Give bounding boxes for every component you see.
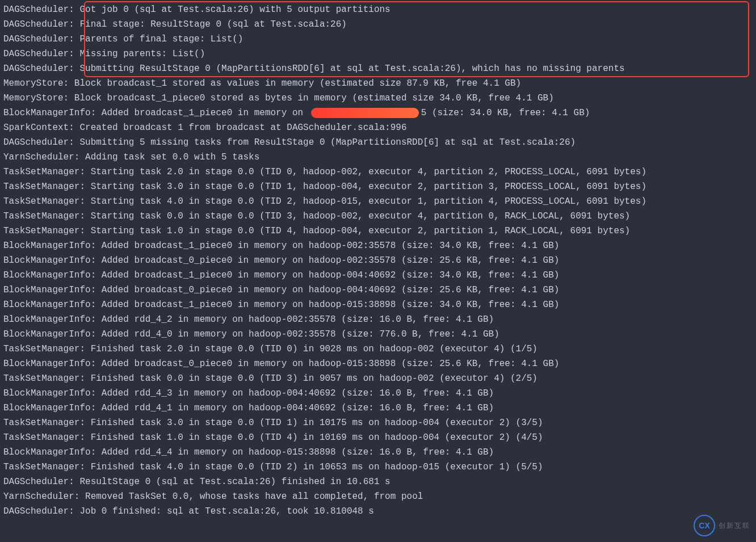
log-source: DAGScheduler: (3, 5, 79, 15)
log-message: Starting task 0.0 in stage 0.0 (TID 3, h… (91, 211, 631, 221)
log-source: BlockManagerInfo: (3, 329, 102, 339)
log-message: Final stage: ResultStage 0 (sql at Test.… (79, 19, 346, 30)
log-message: Missing parents: List() (79, 49, 205, 59)
log-message: Added broadcast_1_piece0 in memory on ha… (102, 270, 560, 280)
log-line[interactable]: YarnScheduler: Removed TaskSet 0.0, whos… (3, 489, 753, 504)
log-source: TaskSetManager: (3, 432, 91, 443)
log-line[interactable]: BlockManagerInfo: Added broadcast_0_piec… (3, 356, 753, 371)
log-message: Block broadcast_1_piece0 stored as bytes… (74, 93, 554, 103)
log-line[interactable]: DAGScheduler: Job 0 finished: sql at Tes… (3, 504, 753, 519)
log-source: SparkContext: (3, 123, 79, 133)
watermark-text: 创新互联 (719, 518, 750, 533)
log-message: Finished task 2.0 in stage 0.0 (TID 0) i… (91, 344, 537, 354)
log-line[interactable]: DAGScheduler: Got job 0 (sql at Test.sca… (3, 2, 753, 17)
log-source: BlockManagerInfo: (3, 241, 102, 251)
log-line[interactable]: DAGScheduler: Parents of final stage: Li… (3, 32, 753, 47)
log-source: BlockManagerInfo: (3, 285, 102, 295)
log-line[interactable]: BlockManagerInfo: Added broadcast_1_piec… (3, 238, 753, 253)
log-line[interactable]: MemoryStore: Block broadcast_1_piece0 st… (3, 91, 753, 106)
log-message: Added broadcast_1_piece0 in memory on ha… (102, 241, 560, 251)
log-line[interactable]: BlockManagerInfo: Added broadcast_1_piec… (3, 297, 753, 312)
log-source: BlockManagerInfo: (3, 255, 102, 266)
log-message: Removed TaskSet 0.0, whose tasks have al… (85, 491, 423, 502)
log-line[interactable]: TaskSetManager: Finished task 3.0 in sta… (3, 415, 753, 430)
log-source: DAGScheduler: (3, 49, 79, 59)
log-line[interactable]: BlockManagerInfo: Added rdd_4_1 in memor… (3, 401, 753, 415)
log-source: BlockManagerInfo: (3, 403, 102, 413)
log-message: Added rdd_4_1 in memory on hadoop-004:40… (102, 403, 494, 413)
log-source: DAGScheduler: (3, 64, 79, 74)
log-source: MemoryStore: (3, 93, 74, 103)
log-message: Added broadcast_0_piece0 in memory on ha… (102, 285, 560, 295)
log-line[interactable]: BlockManagerInfo: Added broadcast_1_piec… (3, 268, 753, 283)
log-line[interactable]: TaskSetManager: Finished task 2.0 in sta… (3, 342, 753, 356)
log-message: Starting task 3.0 in stage 0.0 (TID 1, h… (91, 182, 646, 192)
log-source: BlockManagerInfo: (3, 388, 102, 398)
log-source: DAGScheduler: (3, 34, 79, 44)
log-line[interactable]: MemoryStore: Block broadcast_1 stored as… (3, 76, 753, 91)
log-message: Submitting 5 missing tasks from ResultSt… (79, 137, 576, 148)
log-source: DAGScheduler: (3, 506, 79, 516)
log-message: Starting task 2.0 in stage 0.0 (TID 0, h… (91, 167, 646, 177)
log-message: Added broadcast_0_piece0 in memory on ha… (102, 255, 560, 266)
log-message-before: Added broadcast_1_piece0 in memory on (102, 108, 309, 118)
log-message: Adding task set 0.0 with 5 tasks (85, 152, 259, 162)
log-line[interactable]: DAGScheduler: Submitting 5 missing tasks… (3, 135, 753, 150)
log-source: DAGScheduler: (3, 477, 79, 487)
log-source: BlockManagerInfo: (3, 447, 102, 457)
log-line[interactable]: BlockManagerInfo: Added broadcast_1_piec… (3, 106, 753, 120)
log-message: Parents of final stage: List() (79, 34, 243, 44)
log-message: Added rdd_4_4 in memory on hadoop-015:38… (102, 447, 494, 457)
log-line[interactable]: BlockManagerInfo: Added rdd_4_2 in memor… (3, 312, 753, 327)
log-source: YarnScheduler: (3, 152, 85, 162)
log-line[interactable]: TaskSetManager: Finished task 0.0 in sta… (3, 371, 753, 386)
log-line[interactable]: BlockManagerInfo: Added broadcast_0_piec… (3, 283, 753, 297)
log-line[interactable]: DAGScheduler: Missing parents: List() (3, 47, 753, 61)
log-message: Finished task 3.0 in stage 0.0 (TID 1) i… (91, 418, 543, 428)
log-message: Added broadcast_1_piece0 in memory on ha… (102, 300, 560, 310)
log-message: Block broadcast_1 stored as values in me… (74, 78, 521, 89)
log-line[interactable]: TaskSetManager: Starting task 3.0 in sta… (3, 179, 753, 194)
log-line[interactable]: BlockManagerInfo: Added rdd_4_0 in memor… (3, 327, 753, 342)
log-line[interactable]: TaskSetManager: Starting task 2.0 in sta… (3, 165, 753, 179)
log-line[interactable]: BlockManagerInfo: Added rdd_4_3 in memor… (3, 386, 753, 401)
log-line[interactable]: DAGScheduler: Final stage: ResultStage 0… (3, 17, 753, 32)
log-source: TaskSetManager: (3, 182, 91, 192)
log-message: Finished task 4.0 in stage 0.0 (TID 2) i… (91, 462, 543, 472)
redaction-mark (311, 108, 419, 118)
log-message: ResultStage 0 (sql at Test.scala:26) fin… (79, 477, 390, 487)
log-source: BlockManagerInfo: (3, 314, 102, 325)
log-line[interactable]: BlockManagerInfo: Added broadcast_0_piec… (3, 253, 753, 268)
log-source: TaskSetManager: (3, 167, 91, 177)
log-message: Added rdd_4_3 in memory on hadoop-004:40… (102, 388, 494, 398)
log-source: TaskSetManager: (3, 373, 91, 384)
log-source: BlockManagerInfo: (3, 108, 102, 118)
log-message: Added rdd_4_2 in memory on hadoop-002:35… (102, 314, 494, 325)
log-line[interactable]: BlockManagerInfo: Added rdd_4_4 in memor… (3, 445, 753, 460)
log-line[interactable]: DAGScheduler: Submitting ResultStage 0 (… (3, 61, 753, 76)
log-line[interactable]: SparkContext: Created broadcast 1 from b… (3, 120, 753, 135)
log-line[interactable]: TaskSetManager: Starting task 1.0 in sta… (3, 224, 753, 238)
log-source: YarnScheduler: (3, 491, 85, 502)
log-source: TaskSetManager: (3, 344, 91, 354)
log-line[interactable]: TaskSetManager: Finished task 4.0 in sta… (3, 460, 753, 474)
log-source: DAGScheduler: (3, 19, 79, 30)
log-line[interactable]: DAGScheduler: ResultStage 0 (sql at Test… (3, 474, 753, 489)
log-source: BlockManagerInfo: (3, 359, 102, 369)
log-source: TaskSetManager: (3, 226, 91, 236)
log-message: Created broadcast 1 from broadcast at DA… (79, 123, 406, 133)
log-source: DAGScheduler: (3, 137, 79, 148)
log-message: Finished task 1.0 in stage 0.0 (TID 4) i… (91, 432, 543, 443)
log-line[interactable]: TaskSetManager: Starting task 0.0 in sta… (3, 209, 753, 224)
log-line[interactable]: TaskSetManager: Starting task 4.0 in sta… (3, 194, 753, 209)
log-source: TaskSetManager: (3, 211, 91, 221)
log-message: Starting task 1.0 in stage 0.0 (TID 4, h… (91, 226, 631, 236)
log-line[interactable]: YarnScheduler: Adding task set 0.0 with … (3, 150, 753, 165)
log-message-after: 5 (size: 34.0 KB, free: 4.1 GB) (421, 108, 590, 118)
log-line[interactable]: TaskSetManager: Finished task 1.0 in sta… (3, 430, 753, 445)
log-source: BlockManagerInfo: (3, 270, 102, 280)
log-message: Got job 0 (sql at Test.scala:26) with 5 … (79, 5, 390, 15)
log-message: Added broadcast_0_piece0 in memory on ha… (102, 359, 560, 369)
log-message: Job 0 finished: sql at Test.scala:26, to… (79, 506, 373, 516)
terminal-output[interactable]: DAGScheduler: Got job 0 (sql at Test.sca… (0, 0, 756, 542)
